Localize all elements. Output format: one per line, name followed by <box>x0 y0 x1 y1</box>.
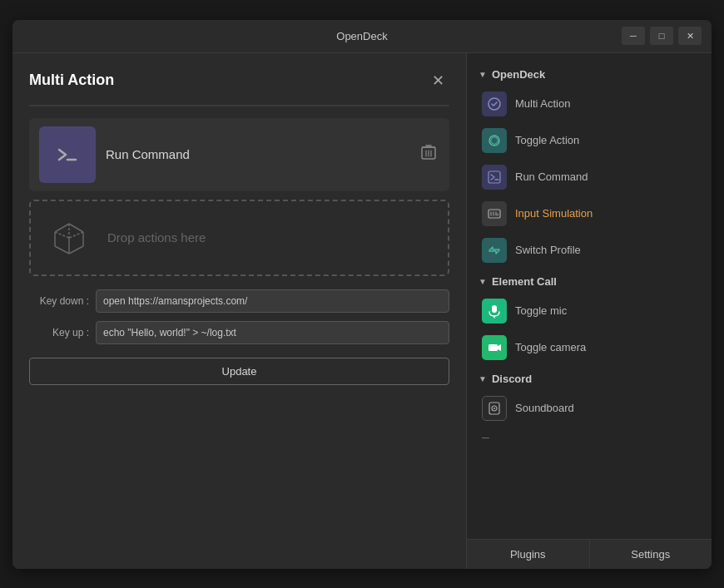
svg-line-16 <box>69 232 83 238</box>
drop-zone-label: Drop actions here <box>107 230 206 245</box>
svg-line-13 <box>69 246 83 254</box>
key-up-label: Key up : <box>29 327 89 338</box>
svg-rect-29 <box>488 344 498 351</box>
panel-title: Multi Action <box>29 72 114 89</box>
section-header-element-call: ▼ Element Call <box>467 269 712 293</box>
opendeck-arrow-icon: ▼ <box>479 70 487 79</box>
left-panel: Multi Action ✕ Run Command <box>12 53 466 569</box>
svg-point-33 <box>493 408 495 409</box>
header-divider <box>29 105 449 106</box>
toggle-camera-label: Toggle camera <box>515 341 586 353</box>
discord-section-label: Discord <box>492 373 532 385</box>
opendeck-section-label: OpenDeck <box>492 68 545 81</box>
toggle-mic-label: Toggle mic <box>515 304 567 317</box>
trash-icon <box>421 144 436 161</box>
svg-line-15 <box>55 232 69 238</box>
drop-zone-icon <box>41 210 97 266</box>
toggle-mic-icon <box>482 299 507 324</box>
section-header-opendeck: ▼ OpenDeck <box>467 62 712 86</box>
settings-button[interactable]: Settings <box>589 540 712 569</box>
titlebar: OpenDeck ─ □ ✕ <box>12 20 712 53</box>
minimize-button[interactable]: ─ <box>622 27 645 45</box>
svg-line-8 <box>55 224 69 232</box>
drop-zone[interactable]: Drop actions here <box>29 200 449 276</box>
sidebar-item-toggle-camera[interactable]: Toggle camera <box>467 329 712 366</box>
delete-action-button[interactable] <box>418 141 439 168</box>
cube-icon <box>48 217 90 259</box>
run-command-sidebar-label: Run Command <box>515 170 588 183</box>
update-button[interactable]: Update <box>29 358 449 385</box>
sidebar-item-toggle-action[interactable]: Toggle Action <box>467 122 712 159</box>
switch-profile-icon <box>482 238 507 263</box>
sidebar-item-input-simulation[interactable]: Input Simulation <box>467 195 712 232</box>
section-header-discord: ▼ Discord <box>467 366 712 390</box>
run-command-action-item: Run Command <box>29 118 449 191</box>
sidebar-footer: Plugins Settings <box>467 539 712 569</box>
switch-profile-label: Switch Profile <box>515 244 581 256</box>
panel-header: Multi Action ✕ <box>29 70 449 91</box>
sidebar-item-switch-profile[interactable]: Switch Profile <box>467 232 712 269</box>
terminal-icon <box>52 140 82 170</box>
panel-close-button[interactable]: ✕ <box>427 70 449 91</box>
window-title: OpenDeck <box>336 30 387 42</box>
input-simulation-icon <box>482 201 507 226</box>
toggle-action-label: Toggle Action <box>515 134 579 146</box>
toggle-action-icon <box>482 128 507 153</box>
multi-action-icon <box>482 91 507 116</box>
svg-line-12 <box>55 246 69 254</box>
sidebar-item-multi-action[interactable]: Multi Action <box>467 86 712 122</box>
content-area: Multi Action ✕ Run Command <box>12 53 712 569</box>
element-call-section-label: Element Call <box>492 275 557 288</box>
sidebar-item-soundboard[interactable]: Soundboard <box>467 390 712 427</box>
titlebar-controls: ─ □ ✕ <box>622 27 702 45</box>
soundboard-label: Soundboard <box>515 402 574 414</box>
multi-action-label: Multi Action <box>515 97 570 110</box>
main-window: OpenDeck ─ □ ✕ Multi Action ✕ <box>12 20 712 569</box>
discord-arrow-icon: ▼ <box>479 374 487 383</box>
svg-line-9 <box>69 224 83 232</box>
run-command-icon-bg <box>39 126 96 183</box>
key-down-row: Key down : <box>29 289 449 313</box>
key-down-label: Key down : <box>29 295 89 307</box>
input-simulation-label: Input Simulation <box>515 207 593 220</box>
sidebar-content: ▼ OpenDeck Multi Action <box>467 53 712 539</box>
key-up-input[interactable] <box>96 321 449 344</box>
svg-rect-27 <box>492 305 497 313</box>
close-button[interactable]: ✕ <box>678 27 702 45</box>
right-panel: ▼ OpenDeck Multi Action <box>466 53 712 569</box>
key-down-input[interactable] <box>96 289 449 313</box>
run-command-label: Run Command <box>106 147 408 161</box>
element-call-arrow-icon: ▼ <box>479 277 487 286</box>
soundboard-icon <box>482 396 507 421</box>
svg-rect-22 <box>488 210 500 218</box>
sidebar-item-toggle-mic[interactable]: Toggle mic <box>467 293 712 329</box>
scroll-indicator: – <box>467 427 712 448</box>
sidebar-item-run-command[interactable]: Run Command <box>467 159 712 195</box>
run-command-sidebar-icon <box>482 165 507 190</box>
key-up-row: Key up : <box>29 321 449 344</box>
plugins-button[interactable]: Plugins <box>467 540 589 569</box>
maximize-button[interactable]: □ <box>650 27 673 45</box>
svg-marker-30 <box>498 344 501 351</box>
svg-rect-0 <box>52 140 82 170</box>
toggle-camera-icon <box>482 335 507 360</box>
